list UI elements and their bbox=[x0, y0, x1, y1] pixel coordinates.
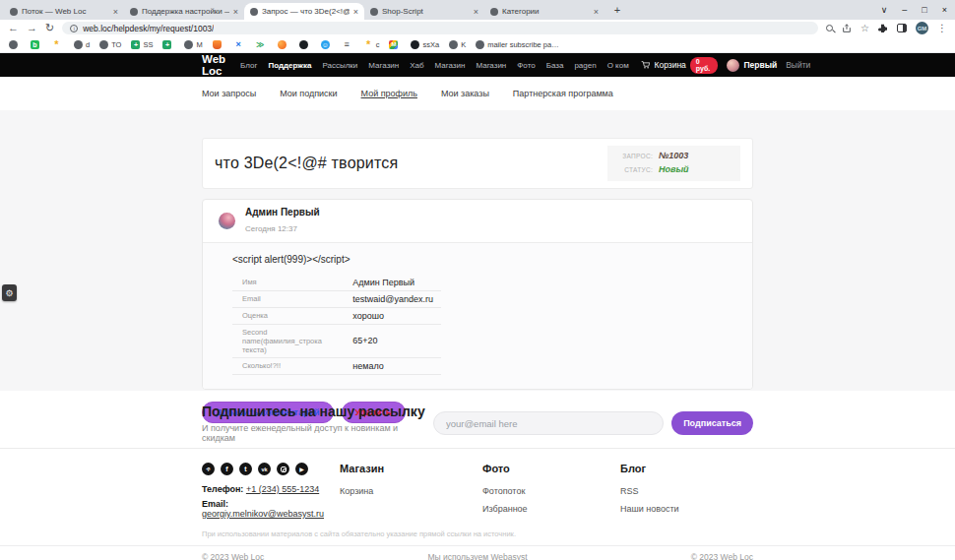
subnav-my-requests[interactable]: Мои запросы bbox=[202, 89, 256, 98]
facebook-icon[interactable]: f bbox=[221, 463, 233, 475]
youtube-icon[interactable]: ▶ bbox=[295, 463, 308, 475]
nav-right: Корзина 0 руб. Первый Выйти bbox=[641, 57, 811, 74]
maximize-button[interactable]: □ bbox=[922, 5, 926, 15]
browser-tab-1[interactable]: Поток — Web Loc × bbox=[4, 3, 124, 20]
footer-column-shop: Магазин Корзина bbox=[340, 463, 482, 519]
subnav-affiliate-program[interactable]: Партнерская программа bbox=[513, 89, 613, 98]
table-row: Имя Админ Первый bbox=[232, 275, 441, 291]
nav-item-pagen[interactable]: pagen bbox=[574, 61, 596, 70]
instagram-icon[interactable] bbox=[277, 463, 289, 475]
comment-header: Админ Первый Сегодня 12:37 bbox=[203, 200, 752, 242]
bookmark[interactable]: K bbox=[449, 40, 466, 49]
bookmark[interactable]: ≫ bbox=[256, 40, 268, 49]
bookmark[interactable]: ≡ bbox=[343, 40, 354, 49]
logout-link[interactable]: Выйти bbox=[786, 60, 810, 70]
bookmark[interactable]: mailer subscribe pa… bbox=[476, 40, 559, 49]
nav-item-photo[interactable]: Фото bbox=[517, 61, 535, 70]
bookmark[interactable]: b bbox=[31, 40, 42, 49]
cart-button[interactable]: Корзина 0 руб. bbox=[641, 57, 719, 74]
phone-link[interactable]: +1 (234) 555-1234 bbox=[246, 484, 319, 494]
vk-icon[interactable]: vk bbox=[258, 463, 271, 475]
bookmark[interactable]: * bbox=[52, 40, 64, 49]
bookmark[interactable]: TO bbox=[99, 40, 121, 49]
main-content: что 3De(2<!@# творится ЗАПРОС: №1003 СТА… bbox=[0, 110, 955, 391]
bookmark[interactable] bbox=[278, 40, 289, 49]
browser-tab-3-active[interactable]: Запрос — что 3De(2<!@# твор… × bbox=[244, 3, 364, 20]
footer-link-news[interactable]: Наши новости bbox=[620, 504, 753, 514]
bookmark[interactable] bbox=[9, 40, 21, 49]
comment-card: Админ Первый Сегодня 12:37 <script alert… bbox=[202, 199, 753, 390]
close-window-button[interactable]: × bbox=[942, 5, 947, 15]
email-link[interactable]: georgiy.melnikov@webasyst.ru bbox=[202, 509, 324, 519]
subnav-my-orders[interactable]: Мои заказы bbox=[441, 89, 489, 98]
footer-link-rss[interactable]: RSS bbox=[620, 486, 753, 496]
forward-icon[interactable]: → bbox=[27, 23, 37, 33]
footer-link-favorites[interactable]: Избранное bbox=[482, 504, 620, 514]
nav-item-shop-2[interactable]: Магазин bbox=[435, 61, 466, 70]
bookmark[interactable] bbox=[299, 40, 311, 49]
subnav-my-profile[interactable]: Мой профиль bbox=[361, 89, 417, 98]
bookmark[interactable]: + bbox=[162, 40, 174, 49]
back-icon[interactable]: ← bbox=[8, 23, 19, 33]
table-row: Оценка хорошо bbox=[232, 307, 441, 324]
nav-item-shop-3[interactable]: Магазин bbox=[476, 61, 506, 70]
bookmark-star-icon[interactable]: ☆ bbox=[860, 24, 869, 33]
globe-favicon bbox=[10, 8, 18, 16]
twitter-icon[interactable]: t bbox=[239, 463, 252, 475]
address-bar[interactable]: i web.loc/helpdesk/my/request/1003/ bbox=[62, 22, 818, 34]
footer-link-cart[interactable]: Корзина bbox=[340, 486, 482, 496]
nav-item-base[interactable]: База bbox=[546, 61, 564, 70]
nav-item-mailings[interactable]: Рассылки bbox=[322, 61, 357, 70]
globe-favicon bbox=[490, 8, 498, 16]
tab-close-icon[interactable]: × bbox=[474, 7, 478, 17]
user-menu[interactable]: Первый bbox=[727, 59, 777, 72]
browser-tab-4[interactable]: Shop-Script × bbox=[364, 3, 484, 20]
browser-tab-2[interactable]: Поддержка настройки — web.l… × bbox=[124, 3, 244, 20]
bookmark[interactable]: ☺ bbox=[321, 40, 333, 49]
settings-handle[interactable]: ⚙ bbox=[2, 284, 17, 301]
extensions-icon[interactable] bbox=[878, 24, 888, 33]
sparkle-favicon: * bbox=[52, 40, 61, 49]
rss-icon[interactable]: » bbox=[202, 463, 215, 475]
nav-item-support[interactable]: Поддержка bbox=[268, 61, 311, 70]
footer-column-photo: Фото Фотопоток Избранное bbox=[482, 463, 620, 519]
menu-icon[interactable]: ⋮ bbox=[937, 23, 947, 33]
profile-avatar[interactable]: GM bbox=[916, 22, 928, 34]
bookmark[interactable]: M bbox=[389, 40, 401, 49]
globe-favicon bbox=[476, 40, 484, 49]
bookmark[interactable]: d bbox=[74, 40, 90, 49]
subscribe-button[interactable]: Подписаться bbox=[671, 411, 753, 435]
nav-item-blog[interactable]: Блог bbox=[240, 61, 257, 70]
zoom-icon[interactable] bbox=[826, 25, 833, 31]
green-app-favicon: b bbox=[31, 40, 39, 49]
newsletter-email-input[interactable] bbox=[433, 411, 664, 435]
tab-close-icon[interactable]: × bbox=[233, 7, 238, 17]
nav-item-about[interactable]: О ком bbox=[607, 61, 629, 70]
globe-favicon bbox=[74, 40, 83, 49]
bookmark[interactable]: *c bbox=[364, 40, 380, 49]
nav-item-shop-1[interactable]: Магазин bbox=[368, 61, 399, 70]
bookmark[interactable]: × bbox=[234, 40, 246, 49]
nav-item-hub[interactable]: Хаб bbox=[410, 61, 423, 70]
tab-close-icon[interactable]: × bbox=[594, 7, 599, 17]
bookmark[interactable] bbox=[213, 40, 224, 49]
bottom-bar: © 2023 Web Loc Мы используем Webasyst © … bbox=[0, 545, 955, 560]
sparkle-favicon: * bbox=[364, 40, 373, 49]
tab-search-chevron-icon[interactable]: ∨ bbox=[881, 5, 888, 15]
footer-link-photostream[interactable]: Фотопоток bbox=[482, 486, 620, 496]
bookmark[interactable]: +SS bbox=[131, 40, 153, 49]
tab-close-icon[interactable]: × bbox=[353, 7, 358, 17]
subnav-my-subscriptions[interactable]: Мои подписки bbox=[280, 89, 337, 98]
share-icon[interactable] bbox=[842, 24, 852, 33]
new-tab-button[interactable]: + bbox=[608, 4, 626, 16]
bookmark[interactable]: ssXa bbox=[411, 40, 439, 49]
site-logo[interactable]: Web Loc bbox=[202, 53, 225, 77]
minimize-button[interactable]: – bbox=[902, 5, 907, 15]
browser-tab-5[interactable]: Категории × bbox=[484, 3, 605, 20]
tab-close-icon[interactable]: × bbox=[113, 7, 118, 17]
bookmark[interactable]: M bbox=[184, 40, 202, 49]
page-info-icon[interactable]: i bbox=[70, 25, 78, 32]
reload-icon[interactable]: ↻ bbox=[45, 23, 54, 33]
copyright-left: © 2023 Web Loc bbox=[202, 552, 427, 560]
sidebar-icon[interactable] bbox=[897, 24, 907, 32]
